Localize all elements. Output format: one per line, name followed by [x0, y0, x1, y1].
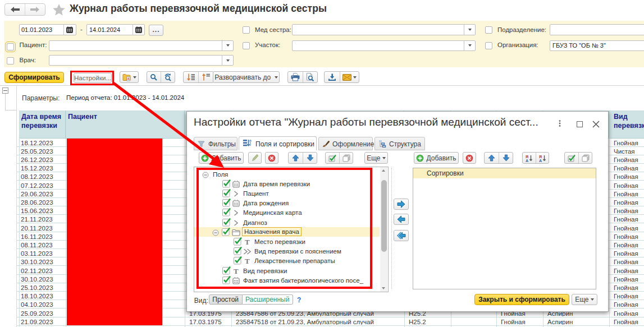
svg-text:Я: Я [539, 154, 542, 158]
svg-text:Я: Я [526, 154, 528, 158]
svg-text:А: А [526, 158, 528, 162]
svg-text:А: А [539, 158, 542, 162]
